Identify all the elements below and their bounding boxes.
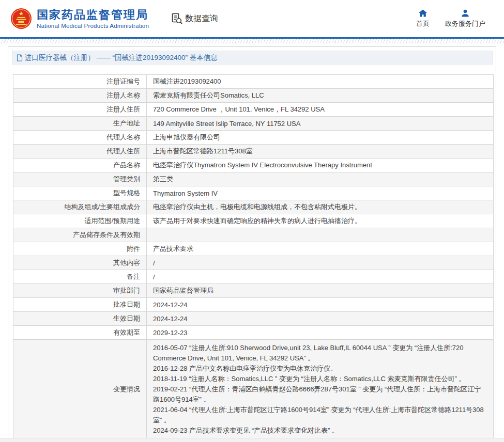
data-query-label: 数据查询 bbox=[185, 13, 218, 24]
table-row: 产品名称电痉挛治疗仪Thymatron System IV Electrocon… bbox=[13, 159, 494, 172]
row-value: 2024-12-24 bbox=[147, 312, 494, 326]
row-label: 代理人住所 bbox=[13, 145, 147, 159]
row-label: 注册证编号 bbox=[13, 75, 147, 89]
table-row: 生效日期2024-12-24 bbox=[13, 312, 494, 326]
change-history-line: 2018-11-19 “注册人名称：Somatics,LLC ” 变更为 “注册… bbox=[153, 374, 487, 384]
table-row: 注册证编号国械注进20193092400 bbox=[13, 75, 494, 89]
row-label: 批准日期 bbox=[13, 298, 147, 312]
logo-text: 国家药品监督管理局 National Medical Products Admi… bbox=[37, 8, 149, 29]
row-label: 结构及组成/主要组成成分 bbox=[13, 200, 147, 214]
top-nav: 首页 政务服务门户 bbox=[416, 9, 485, 28]
change-history-line: 2021-06-04 “代理人住所:上海市普陀区江宁路1600号914室” 变更… bbox=[153, 405, 487, 425]
table-row: 适用范围/预期用途该产品用于对要求快速而确定响应的精神失常的病人进行电抽搐治疗。 bbox=[13, 214, 494, 228]
table-row: 管理类别第三类 bbox=[13, 172, 494, 186]
row-label: 代理人名称 bbox=[13, 131, 147, 145]
agency-name-en: National Medical Products Administration bbox=[37, 23, 149, 29]
row-label: 管理类别 bbox=[13, 172, 147, 186]
content-panel: 进口医疗器械（注册） —— “国械注进20193092400” 基本信息 注册证… bbox=[8, 46, 496, 442]
table-row: 其他内容/ bbox=[13, 256, 494, 270]
table-row: 产品储存条件及有效期 bbox=[13, 228, 494, 242]
row-label: 注册人名称 bbox=[13, 89, 147, 103]
table-row: 审批部门国家药品监督管理局 bbox=[13, 284, 494, 298]
table-row: 注册人住所720 Commerce Drive ，Unit 101, Venic… bbox=[13, 103, 494, 117]
page-header: 国家药品监督管理局 National Medical Products Admi… bbox=[0, 0, 504, 37]
change-history-line: 2019-02-21 “代理人住所：青浦区白鹤镇青赵公路6666弄287号301… bbox=[153, 384, 487, 405]
row-value: / bbox=[147, 256, 494, 270]
nav-home-label: 首页 bbox=[416, 19, 430, 28]
row-label: 型号规格 bbox=[13, 186, 147, 200]
page-title-bar: 进口医疗器械（注册） —— “国械注进20193092400” 基本信息 bbox=[12, 51, 493, 65]
row-value: 国械注进20193092400 bbox=[147, 75, 494, 89]
table-row: 注册人名称索麦克斯有限责任公司Somatics, LLC bbox=[13, 89, 494, 103]
table-row: 生产地址149 Amityville Street Islip Terrace,… bbox=[13, 117, 494, 131]
data-query-tab[interactable]: 数据查询 bbox=[171, 12, 218, 25]
row-value: 该产品用于对要求快速而确定响应的精神失常的病人进行电抽搐治疗。 bbox=[147, 214, 494, 228]
change-history-line: 2016-05-07 “注册人住所:910 Sherwood Drive,uni… bbox=[153, 343, 487, 364]
user-icon bbox=[461, 9, 470, 18]
row-label: 附件 bbox=[13, 242, 147, 256]
row-value: 国家药品监督管理局 bbox=[147, 284, 494, 298]
row-label: 生产地址 bbox=[13, 117, 147, 131]
row-label: 审批部门 bbox=[13, 284, 147, 298]
table-row: 备注/ bbox=[13, 270, 494, 284]
row-label: 注册人住所 bbox=[13, 103, 147, 117]
row-label: 备注 bbox=[13, 270, 147, 284]
table-row: 变更情况2016-05-07 “注册人住所:910 Sherwood Drive… bbox=[13, 340, 494, 439]
nav-portal-label: 政务服务门户 bbox=[445, 19, 485, 28]
row-value: 上海市普陀区常德路1211号308室 bbox=[147, 145, 494, 159]
row-label: 适用范围/预期用途 bbox=[13, 214, 147, 228]
registration-info-table: 注册证编号国械注进20193092400注册人名称索麦克斯有限责任公司Somat… bbox=[13, 74, 494, 442]
row-value: 2029-12-23 bbox=[147, 326, 494, 340]
footer-strip bbox=[0, 438, 504, 442]
row-label: 产品储存条件及有效期 bbox=[13, 228, 147, 242]
row-value: 2024-12-24 bbox=[147, 298, 494, 312]
document-search-icon bbox=[171, 12, 183, 25]
change-history-line: 2016-12-28 产品中文名称由电痉挛治疗仪变为电休克治疗仪。 bbox=[153, 364, 487, 374]
row-value bbox=[147, 228, 494, 242]
table-row: 代理人名称上海申旭仪器有限公司 bbox=[13, 131, 494, 145]
nmpa-logo: 国家药品监督管理局 National Medical Products Admi… bbox=[10, 8, 149, 29]
page-title: 进口医疗器械（注册） —— “国械注进20193092400” 基本信息 bbox=[25, 51, 218, 65]
row-value: Thymatron System IV bbox=[147, 186, 494, 200]
document-icon bbox=[17, 54, 23, 61]
row-label: 产品名称 bbox=[13, 159, 147, 172]
row-label: 有效期至 bbox=[13, 326, 147, 340]
table-row: 批准日期2024-12-24 bbox=[13, 298, 494, 312]
home-icon bbox=[418, 9, 427, 18]
row-value: 电痉挛治疗仪Thymatron System IV Electroconvuls… bbox=[147, 159, 494, 172]
row-value: 产品技术要求 bbox=[147, 242, 494, 256]
table-row: 有效期至2029-12-23 bbox=[13, 326, 494, 340]
table-row: 结构及组成/主要组成成分电痉挛治疗仪由主机，电极电缆和电源线组成，不包含粘附式电… bbox=[13, 200, 494, 214]
row-value: 720 Commerce Drive ，Unit 101, Venice，FL … bbox=[147, 103, 494, 117]
row-label: 其他内容 bbox=[13, 256, 147, 270]
row-value: 2016-05-07 “注册人住所:910 Sherwood Drive,uni… bbox=[147, 340, 494, 439]
decorative-stripe-band bbox=[0, 39, 504, 43]
nav-home[interactable]: 首页 bbox=[416, 9, 430, 28]
row-label: 生效日期 bbox=[13, 312, 147, 326]
row-value: 上海申旭仪器有限公司 bbox=[147, 131, 494, 145]
change-history-line: 2024-09-23 产品技术要求变更见 “产品技术要求变化对比表” 。 bbox=[153, 425, 487, 436]
row-value: 第三类 bbox=[147, 172, 494, 186]
table-row: 附件产品技术要求 bbox=[13, 242, 494, 256]
row-label: 变更情况 bbox=[13, 340, 147, 439]
table-row: 型号规格Thymatron System IV bbox=[13, 186, 494, 200]
row-value: 149 Amityville Street Islip Terrace, NY … bbox=[147, 117, 494, 131]
row-value: 索麦克斯有限责任公司Somatics, LLC bbox=[147, 89, 494, 103]
row-value: / bbox=[147, 270, 494, 284]
row-value: 电痉挛治疗仪由主机，电极电缆和电源线组成，不包含粘附式电极片。 bbox=[147, 200, 494, 214]
national-emblem-icon bbox=[10, 8, 32, 29]
nav-portal[interactable]: 政务服务门户 bbox=[445, 9, 485, 28]
table-row: 代理人住所上海市普陀区常德路1211号308室 bbox=[13, 145, 494, 159]
agency-name: 国家药品监督管理局 bbox=[37, 8, 149, 22]
